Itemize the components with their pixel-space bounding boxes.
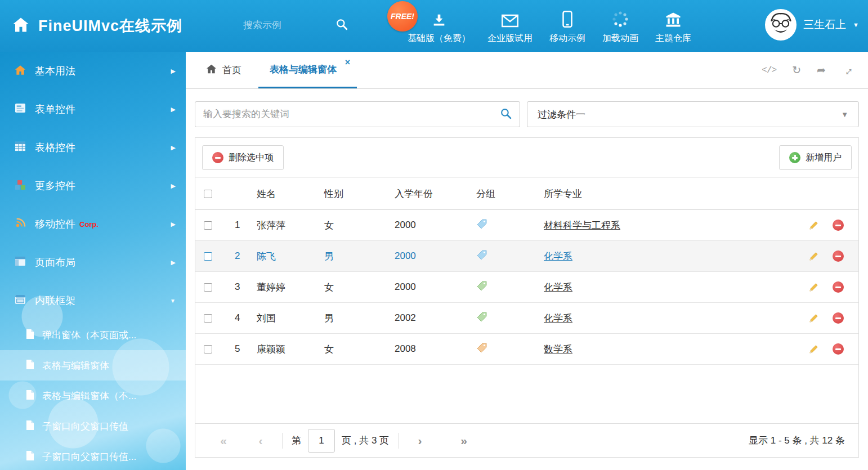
tag-icon bbox=[476, 249, 487, 263]
edit-icon[interactable] bbox=[808, 220, 819, 231]
free-badge: FREE! bbox=[387, 1, 418, 32]
sidebar-item-grid-controls[interactable]: 表格控件 ▶ bbox=[0, 128, 186, 167]
sidebar-item-form-controls[interactable]: 表单控件 ▶ bbox=[0, 90, 186, 128]
download-icon bbox=[431, 8, 447, 28]
chevron-right-icon: ▶ bbox=[171, 221, 176, 228]
home-icon bbox=[12, 17, 29, 35]
header-search[interactable] bbox=[243, 18, 348, 33]
row-checkbox[interactable] bbox=[204, 283, 212, 292]
chevron-right-icon: ▶ bbox=[171, 259, 176, 266]
major-link[interactable]: 化学系 bbox=[544, 250, 572, 263]
sidebar-item-iframe[interactable]: 内联框架 ▼ bbox=[0, 281, 186, 320]
minus-circle-icon bbox=[212, 152, 223, 163]
window-icon bbox=[15, 294, 26, 307]
column-header-group[interactable]: 分组 bbox=[466, 187, 533, 200]
sidebar-subitem-grid-edit-window[interactable]: 表格与编辑窗体 bbox=[0, 350, 186, 381]
column-header-major[interactable]: 所学专业 bbox=[533, 187, 793, 200]
keyword-search-box bbox=[195, 101, 520, 127]
caret-down-icon: ▼ bbox=[841, 110, 848, 119]
source-code-icon[interactable]: </> bbox=[762, 65, 776, 75]
edit-icon[interactable] bbox=[808, 282, 819, 293]
corp-badge: Corp. bbox=[79, 220, 99, 229]
close-icon[interactable]: × bbox=[345, 57, 350, 68]
sidebar-subitem-popup-window[interactable]: 弹出窗体（本页面或... bbox=[0, 320, 186, 350]
tag-icon bbox=[476, 311, 487, 325]
header-search-input[interactable] bbox=[243, 20, 328, 31]
divider bbox=[282, 433, 283, 449]
table-row[interactable]: 3 董婷婷 女 2000 化学系 bbox=[195, 272, 858, 303]
grid-panel: 删除选中项 新增用户 姓名 性别 入学年份 分组 所学专业 bbox=[195, 137, 859, 458]
fullscreen-icon[interactable]: ↔ bbox=[839, 61, 857, 79]
page-number-input[interactable] bbox=[308, 429, 335, 453]
search-icon[interactable] bbox=[335, 18, 348, 33]
row-checkbox[interactable] bbox=[204, 221, 212, 230]
chevron-right-icon: ▶ bbox=[171, 106, 176, 113]
table-row[interactable]: 1 张萍萍 女 2000 材料科学与工程系 bbox=[195, 210, 858, 241]
row-checkbox[interactable] bbox=[204, 345, 212, 353]
user-menu[interactable]: 三生石上 ▼ bbox=[765, 9, 859, 41]
last-page-button[interactable]: » bbox=[451, 434, 476, 447]
nav-mobile-demo[interactable]: 移动示例 bbox=[549, 8, 585, 44]
table-row[interactable]: 4 刘国 男 2002 化学系 bbox=[195, 303, 858, 334]
forward-icon[interactable]: ➦ bbox=[817, 64, 826, 77]
major-link[interactable]: 数学系 bbox=[544, 343, 572, 356]
sidebar-item-more-controls[interactable]: 更多控件 ▶ bbox=[0, 167, 186, 205]
column-header-year[interactable]: 入学年份 bbox=[384, 187, 466, 200]
select-all-checkbox[interactable] bbox=[204, 190, 212, 198]
sidebar-subitem-child-to-parent-2[interactable]: 子窗口向父窗口传值... bbox=[0, 441, 186, 470]
tab-home[interactable]: 首页 bbox=[195, 52, 253, 88]
main-area: 首页 表格与编辑窗体 × </> ↻ ➦ ↔ 过滤条件一 ▼ bbox=[186, 52, 868, 470]
delete-icon[interactable] bbox=[833, 343, 844, 355]
page-label: 第 bbox=[292, 434, 301, 447]
column-header-gender[interactable]: 性别 bbox=[316, 187, 384, 200]
filter-dropdown[interactable]: 过滤条件一 ▼ bbox=[527, 101, 859, 127]
edit-icon[interactable] bbox=[808, 344, 819, 355]
record-summary: 显示 1 - 5 条 , 共 12 条 bbox=[749, 434, 845, 447]
bank-icon bbox=[665, 8, 682, 28]
nav-loading-animation[interactable]: 加载动画 bbox=[602, 8, 638, 44]
sidebar-item-page-layout[interactable]: 页面布局 ▶ bbox=[0, 243, 186, 281]
header-nav: 基础版（免费） 企业版试用 移动示例 加载动画 bbox=[408, 8, 708, 44]
sidebar-subitem-grid-edit-window-2[interactable]: 表格与编辑窗体（不... bbox=[0, 381, 186, 411]
first-page-button[interactable]: « bbox=[211, 434, 236, 447]
tag-icon bbox=[476, 280, 487, 294]
sidebar-subitem-child-to-parent[interactable]: 子窗口向父窗口传值 bbox=[0, 411, 186, 441]
edit-icon[interactable] bbox=[808, 313, 819, 324]
add-user-button[interactable]: 新增用户 bbox=[779, 145, 852, 170]
refresh-icon[interactable]: ↻ bbox=[792, 64, 801, 77]
delete-icon[interactable] bbox=[833, 220, 844, 231]
prev-page-button[interactable]: ‹ bbox=[248, 434, 273, 447]
edit-icon[interactable] bbox=[808, 251, 819, 262]
next-page-button[interactable]: › bbox=[408, 434, 432, 447]
sidebar-item-basic-usage[interactable]: 基本用法 ▶ bbox=[0, 52, 186, 90]
app-logo[interactable]: FineUIMvc在线示例 bbox=[12, 0, 182, 52]
nav-enterprise-trial[interactable]: 企业版试用 bbox=[487, 8, 533, 44]
delete-icon[interactable] bbox=[833, 312, 844, 324]
keyword-search-input[interactable] bbox=[203, 109, 500, 120]
form-icon bbox=[15, 103, 26, 115]
search-icon[interactable] bbox=[500, 108, 512, 122]
home-colored-icon bbox=[15, 65, 26, 78]
row-checkbox[interactable] bbox=[204, 314, 212, 323]
file-icon bbox=[26, 450, 34, 463]
major-link[interactable]: 材料科学与工程系 bbox=[544, 219, 620, 232]
tab-grid-edit-window[interactable]: 表格与编辑窗体 × bbox=[258, 52, 357, 88]
table-row[interactable]: 5 康颖颖 女 2008 数学系 bbox=[195, 334, 858, 365]
major-link[interactable]: 化学系 bbox=[544, 312, 572, 325]
table-row[interactable]: 2 陈飞 男 2000 化学系 bbox=[195, 241, 858, 272]
delete-icon[interactable] bbox=[833, 281, 844, 293]
nav-theme-store[interactable]: 主题仓库 bbox=[655, 8, 691, 44]
cubes-icon bbox=[15, 180, 26, 193]
row-checkbox[interactable] bbox=[204, 252, 212, 261]
chevron-right-icon: ▶ bbox=[171, 144, 176, 151]
major-link[interactable]: 化学系 bbox=[544, 281, 572, 294]
sidebar-item-mobile-controls[interactable]: 移动控件 Corp. ▶ bbox=[0, 205, 186, 243]
page-total-label: 页 , 共 3 页 bbox=[342, 434, 389, 447]
table-icon bbox=[15, 141, 26, 154]
tag-icon bbox=[476, 342, 487, 356]
column-header-name[interactable]: 姓名 bbox=[249, 187, 316, 200]
table-header: 姓名 性别 入学年份 分组 所学专业 bbox=[195, 178, 858, 210]
filter-row: 过滤条件一 ▼ bbox=[195, 101, 859, 127]
delete-icon[interactable] bbox=[833, 250, 844, 262]
delete-selected-button[interactable]: 删除选中项 bbox=[202, 145, 284, 170]
